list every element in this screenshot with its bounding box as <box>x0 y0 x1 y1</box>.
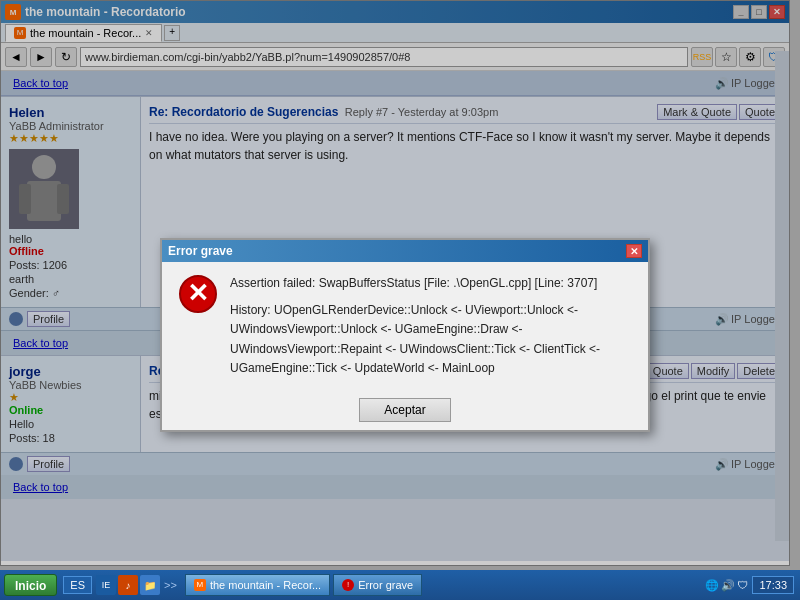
tray-icon-3: 🛡 <box>737 579 748 591</box>
taskbar-right: 🌐 🔊 🛡 17:33 <box>705 576 800 594</box>
dialog-body: ✕ Assertion failed: SwapBuffersStatus [F… <box>162 262 648 390</box>
error-dialog: Error grave ✕ ✕ Assertion failed: SwapBu… <box>160 238 650 432</box>
dialog-ok-button[interactable]: Aceptar <box>359 398 450 422</box>
ie-icon[interactable]: IE <box>96 575 116 595</box>
svg-text:✕: ✕ <box>187 278 209 308</box>
taskbar-browser-window[interactable]: M the mountain - Recor... <box>185 574 330 596</box>
system-tray-icons: 🌐 🔊 🛡 <box>705 579 748 592</box>
folder-icon[interactable]: 📁 <box>140 575 160 595</box>
browser-taskbar-label: the mountain - Recor... <box>210 579 321 591</box>
dialog-title-bar: Error grave ✕ <box>162 240 648 262</box>
dialog-message: Assertion failed: SwapBuffersStatus [Fil… <box>230 274 632 378</box>
browser-taskbar-icon: M <box>194 579 206 591</box>
media-icon[interactable]: ♪ <box>118 575 138 595</box>
dialog-assertion: Assertion failed: SwapBuffersStatus [Fil… <box>230 274 632 293</box>
taskbar-windows: M the mountain - Recor... ! Error grave <box>185 574 706 596</box>
error-taskbar-icon: ! <box>342 579 354 591</box>
dialog-close-button[interactable]: ✕ <box>626 244 642 258</box>
error-icon: ✕ <box>178 274 218 314</box>
taskbar-error-window[interactable]: ! Error grave <box>333 574 422 596</box>
taskbar-clock: 17:33 <box>752 576 794 594</box>
tray-icon-2: 🔊 <box>721 579 735 592</box>
taskbar-quick-launch: IE ♪ 📁 >> <box>96 575 177 595</box>
error-taskbar-label: Error grave <box>358 579 413 591</box>
dialog-history: History: UOpenGLRenderDevice::Unlock <- … <box>230 301 632 378</box>
dialog-title: Error grave <box>168 244 626 258</box>
taskbar: Inicio ES IE ♪ 📁 >> M the mountain - Rec… <box>0 570 800 600</box>
start-button[interactable]: Inicio <box>4 574 57 596</box>
more-apps: >> <box>164 579 177 591</box>
tray-icon-1: 🌐 <box>705 579 719 592</box>
dialog-footer: Aceptar <box>162 390 648 430</box>
language-indicator: ES <box>63 576 92 594</box>
